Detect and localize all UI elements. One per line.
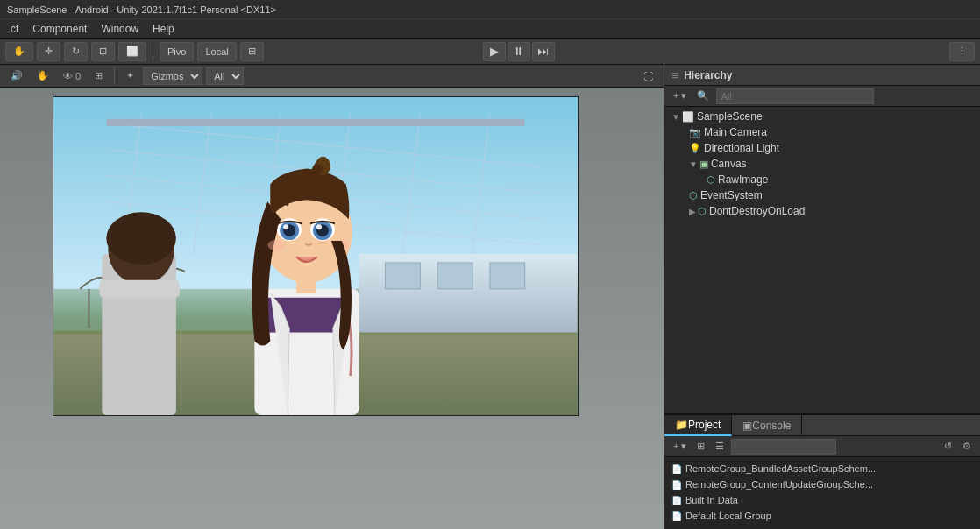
svg-rect-11 xyxy=(106,119,524,126)
hierarchy-item-raw-image[interactable]: ⬡ RawImage xyxy=(664,172,980,187)
title-bar: SampleScene - Android - Unity 2021.1.7f1… xyxy=(0,0,980,19)
item-label-2: Built In Data xyxy=(685,495,738,505)
bottom-panel: 📁 Project ▣ Console + ▾ ⊞ ☰ ↺ ⚙ xyxy=(664,415,980,529)
tab-console-icon: ▣ xyxy=(742,420,752,432)
label-canvas: Canvas xyxy=(711,158,747,170)
project-settings-btn[interactable]: ⚙ xyxy=(959,439,975,454)
svg-point-36 xyxy=(316,224,322,229)
project-item-3[interactable]: 📄 Default Local Group xyxy=(664,508,980,524)
hierarchy-icon: ≡ xyxy=(671,68,678,82)
project-item-0[interactable]: 📄 RemoteGroup_BundledAssetGroupSchem... xyxy=(664,461,980,476)
icon-sample-scene: ⬜ xyxy=(682,111,694,123)
tab-console-label: Console xyxy=(752,420,791,432)
pivot-btn[interactable]: Pivo xyxy=(160,42,194,61)
hierarchy-toolbar: + ▾ 🔍 xyxy=(664,86,980,107)
move-tool-btn[interactable]: ✛ xyxy=(37,42,60,61)
hierarchy-item-event-system[interactable]: ⬡ EventSystem xyxy=(664,187,980,203)
arrow-canvas: ▼ xyxy=(689,159,698,169)
label-directional-light: Directional Light xyxy=(704,142,779,154)
scale-tool-btn[interactable]: ⊡ xyxy=(91,42,115,61)
hierarchy-item-sample-scene[interactable]: ▼ ⬜ SampleScene xyxy=(664,109,980,124)
fullscreen-btn[interactable]: ⛶ xyxy=(638,69,658,83)
svg-rect-24 xyxy=(99,280,179,298)
hierarchy-item-dont-destroy[interactable]: ▶ ⬡ DontDestroyOnLoad xyxy=(664,203,980,219)
project-search-input[interactable] xyxy=(731,439,836,455)
scene-tool-0[interactable]: ✋ xyxy=(32,68,54,83)
main-content: 🔊 ✋ 👁 0 ⊞ ✦ Gizmos All ⛶ xyxy=(0,65,980,529)
hierarchy-panel: ≡ Hierarchy + ▾ 🔍 ▼ ⬜ SampleScene xyxy=(664,65,980,415)
project-add-btn[interactable]: + ▾ xyxy=(670,439,690,454)
scene-viewport[interactable] xyxy=(0,88,664,529)
project-layout-btn[interactable]: ☰ xyxy=(712,439,728,454)
scene-sep xyxy=(114,67,115,85)
hierarchy-item-directional-light[interactable]: 💡 Directional Light xyxy=(664,140,980,156)
item-icon-1: 📄 xyxy=(671,480,682,490)
tab-project[interactable]: 📁 Project xyxy=(664,415,732,436)
arrow-sample-scene: ▼ xyxy=(671,112,680,122)
svg-point-32 xyxy=(283,224,288,229)
hand-tool-btn[interactable]: ✋ xyxy=(5,42,33,61)
label-main-camera: Main Camera xyxy=(704,126,767,138)
project-toolbar: + ▾ ⊞ ☰ ↺ ⚙ xyxy=(664,436,980,457)
menu-ct[interactable]: ct xyxy=(4,21,25,37)
project-icons-btn[interactable]: ⊞ xyxy=(693,439,708,454)
rect-tool-btn[interactable]: ⬜ xyxy=(118,42,146,61)
tab-console[interactable]: ▣ Console xyxy=(732,415,802,436)
icon-dont-destroy: ⬡ xyxy=(698,206,707,217)
scene-audio-btn[interactable]: 🔊 xyxy=(5,68,28,83)
hierarchy-tree: ▼ ⬜ SampleScene 📷 Main Camera 💡 Directio… xyxy=(664,107,980,413)
icon-canvas: ▣ xyxy=(699,159,708,170)
title-text: SampleScene - Android - Unity 2021.1.7f1… xyxy=(7,4,276,15)
svg-rect-16 xyxy=(437,263,472,289)
arrow-dont-destroy: ▶ xyxy=(689,207,696,216)
hierarchy-search-icon[interactable]: 🔍 xyxy=(693,88,713,103)
separator-1 xyxy=(153,43,153,60)
label-raw-image: RawImage xyxy=(718,173,768,186)
main-toolbar: ✋ ✛ ↻ ⊡ ⬜ Pivo Local ⊞ ▶ ⏸ ⏭ ⋮ xyxy=(0,39,980,65)
item-label-0: RemoteGroup_BundledAssetGroupSchem... xyxy=(685,463,876,474)
hierarchy-header: ≡ Hierarchy xyxy=(664,65,980,86)
item-icon-2: 📄 xyxy=(671,496,682,505)
menu-window[interactable]: Window xyxy=(94,21,146,37)
step-btn[interactable]: ⏭ xyxy=(532,42,555,61)
menu-bar: ct Component Window Help xyxy=(0,19,980,39)
local-btn[interactable]: Local xyxy=(197,42,236,61)
item-icon-0: 📄 xyxy=(671,464,682,474)
rotate-tool-btn[interactable]: ↻ xyxy=(64,42,88,61)
scene-svg xyxy=(53,97,578,415)
scene-fx-btn[interactable]: ✦ xyxy=(121,68,139,83)
project-item-2[interactable]: 📄 Built In Data xyxy=(664,492,980,508)
icon-event-system: ⬡ xyxy=(689,190,698,201)
scene-toolbar: 🔊 ✋ 👁 0 ⊞ ✦ Gizmos All ⛶ xyxy=(0,65,664,88)
play-controls: ▶ ⏸ ⏭ xyxy=(483,42,555,61)
item-label-3: Default Local Group xyxy=(685,511,771,521)
play-btn[interactable]: ▶ xyxy=(483,42,506,61)
hierarchy-item-canvas[interactable]: ▼ ▣ Canvas xyxy=(664,156,980,172)
tab-project-label: Project xyxy=(688,419,721,431)
all-select[interactable]: All xyxy=(206,67,244,85)
icon-main-camera: 📷 xyxy=(689,127,701,138)
pause-btn[interactable]: ⏸ xyxy=(508,42,530,61)
svg-rect-17 xyxy=(490,263,525,289)
hierarchy-item-main-camera[interactable]: 📷 Main Camera xyxy=(664,124,980,140)
grid-btn[interactable]: ⊞ xyxy=(240,42,264,61)
gizmos-select[interactable]: Gizmos xyxy=(143,67,202,85)
scene-grid-btn[interactable]: ⊞ xyxy=(89,68,108,83)
menu-component[interactable]: Component xyxy=(25,21,94,37)
svg-point-37 xyxy=(267,240,285,250)
label-event-system: EventSystem xyxy=(700,189,763,201)
scene-panel: 🔊 ✋ 👁 0 ⊞ ✦ Gizmos All ⛶ xyxy=(0,65,664,529)
label-sample-scene: SampleScene xyxy=(697,110,763,123)
project-content: 📄 RemoteGroup_BundledAssetGroupSchem... … xyxy=(664,457,980,529)
project-item-1[interactable]: 📄 RemoteGroup_ContentUpdateGroupSche... xyxy=(664,476,980,492)
bottom-tab-bar: 📁 Project ▣ Console xyxy=(664,415,980,436)
menu-help[interactable]: Help xyxy=(146,21,181,37)
tab-project-icon: 📁 xyxy=(675,419,688,431)
project-refresh-btn[interactable]: ↺ xyxy=(941,439,955,454)
more-btn[interactable]: ⋮ xyxy=(949,42,975,61)
hierarchy-add-btn[interactable]: + ▾ xyxy=(670,88,690,103)
scene-view-0[interactable]: 👁 0 xyxy=(58,69,86,83)
hierarchy-search-input[interactable] xyxy=(716,88,874,104)
item-label-1: RemoteGroup_ContentUpdateGroupSche... xyxy=(685,479,873,490)
svg-point-23 xyxy=(106,212,176,264)
